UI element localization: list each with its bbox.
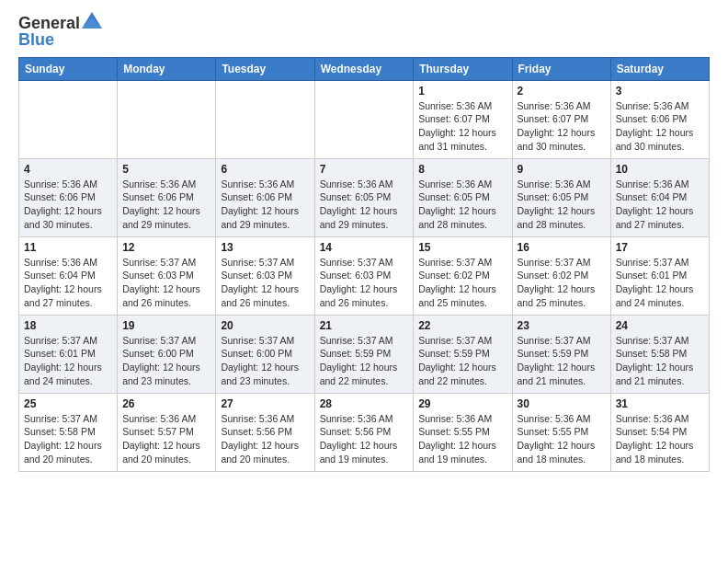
calendar-cell: 20Sunrise: 5:37 AM Sunset: 6:00 PM Dayli… <box>216 315 314 393</box>
day-info: Sunrise: 5:36 AM Sunset: 5:57 PM Dayligh… <box>122 412 210 466</box>
day-number: 20 <box>221 319 309 332</box>
day-info: Sunrise: 5:36 AM Sunset: 6:04 PM Dayligh… <box>616 178 704 232</box>
header-row: SundayMondayTuesdayWednesdayThursdayFrid… <box>19 57 710 80</box>
day-number: 11 <box>24 241 112 254</box>
day-number: 24 <box>616 319 704 332</box>
day-info: Sunrise: 5:37 AM Sunset: 6:03 PM Dayligh… <box>320 256 409 310</box>
col-header-saturday: Saturday <box>610 57 709 80</box>
logo: General Blue <box>18 15 102 50</box>
calendar-cell: 22Sunrise: 5:37 AM Sunset: 5:59 PM Dayli… <box>414 315 512 393</box>
day-number: 6 <box>221 163 309 176</box>
week-row-2: 4Sunrise: 5:36 AM Sunset: 6:06 PM Daylig… <box>19 158 710 236</box>
day-number: 3 <box>616 85 704 98</box>
day-number: 9 <box>518 163 606 176</box>
logo-blue: Blue <box>18 31 54 50</box>
day-info: Sunrise: 5:36 AM Sunset: 6:07 PM Dayligh… <box>418 99 506 154</box>
day-info: Sunrise: 5:37 AM Sunset: 6:02 PM Dayligh… <box>418 256 506 310</box>
day-info: Sunrise: 5:37 AM Sunset: 5:59 PM Dayligh… <box>418 334 506 388</box>
calendar-cell: 14Sunrise: 5:37 AM Sunset: 6:03 PM Dayli… <box>314 236 414 315</box>
day-info: Sunrise: 5:36 AM Sunset: 6:05 PM Dayligh… <box>320 178 409 232</box>
calendar-cell: 9Sunrise: 5:36 AM Sunset: 6:05 PM Daylig… <box>512 158 610 236</box>
day-info: Sunrise: 5:36 AM Sunset: 5:56 PM Dayligh… <box>320 412 409 466</box>
day-number: 23 <box>518 319 606 332</box>
calendar-cell: 8Sunrise: 5:36 AM Sunset: 6:05 PM Daylig… <box>414 158 512 236</box>
day-info: Sunrise: 5:37 AM Sunset: 6:03 PM Dayligh… <box>221 256 309 310</box>
logo-icon <box>82 12 102 29</box>
calendar-cell: 28Sunrise: 5:36 AM Sunset: 5:56 PM Dayli… <box>314 393 414 471</box>
day-info: Sunrise: 5:37 AM Sunset: 6:01 PM Dayligh… <box>616 256 704 310</box>
day-info: Sunrise: 5:36 AM Sunset: 6:04 PM Dayligh… <box>24 256 112 310</box>
day-number: 29 <box>418 397 506 410</box>
day-number: 18 <box>24 319 112 332</box>
week-row-5: 25Sunrise: 5:37 AM Sunset: 5:58 PM Dayli… <box>19 393 710 471</box>
col-header-friday: Friday <box>512 57 610 80</box>
col-header-sunday: Sunday <box>19 57 118 80</box>
calendar-cell: 15Sunrise: 5:37 AM Sunset: 6:02 PM Dayli… <box>414 236 512 315</box>
calendar-cell: 23Sunrise: 5:37 AM Sunset: 5:59 PM Dayli… <box>512 315 610 393</box>
col-header-thursday: Thursday <box>414 57 512 80</box>
calendar-cell: 31Sunrise: 5:36 AM Sunset: 5:54 PM Dayli… <box>610 393 709 471</box>
day-number: 13 <box>221 241 309 254</box>
day-number: 5 <box>122 163 210 176</box>
calendar-cell: 6Sunrise: 5:36 AM Sunset: 6:06 PM Daylig… <box>216 158 314 236</box>
day-info: Sunrise: 5:36 AM Sunset: 6:06 PM Dayligh… <box>616 99 704 154</box>
day-info: Sunrise: 5:36 AM Sunset: 6:07 PM Dayligh… <box>518 99 606 154</box>
calendar-cell: 10Sunrise: 5:36 AM Sunset: 6:04 PM Dayli… <box>610 158 709 236</box>
calendar-cell: 27Sunrise: 5:36 AM Sunset: 5:56 PM Dayli… <box>216 393 314 471</box>
day-number: 28 <box>320 397 409 410</box>
calendar-cell: 3Sunrise: 5:36 AM Sunset: 6:06 PM Daylig… <box>610 80 709 158</box>
calendar-cell: 24Sunrise: 5:37 AM Sunset: 5:58 PM Dayli… <box>610 315 709 393</box>
calendar-cell: 25Sunrise: 5:37 AM Sunset: 5:58 PM Dayli… <box>19 393 118 471</box>
day-info: Sunrise: 5:36 AM Sunset: 6:06 PM Dayligh… <box>24 178 112 232</box>
col-header-wednesday: Wednesday <box>314 57 414 80</box>
day-number: 15 <box>418 241 506 254</box>
calendar-cell: 26Sunrise: 5:36 AM Sunset: 5:57 PM Dayli… <box>118 393 216 471</box>
week-row-3: 11Sunrise: 5:36 AM Sunset: 6:04 PM Dayli… <box>19 236 710 315</box>
day-number: 27 <box>221 397 309 410</box>
week-row-4: 18Sunrise: 5:37 AM Sunset: 6:01 PM Dayli… <box>19 315 710 393</box>
day-number: 14 <box>320 241 409 254</box>
calendar-table: SundayMondayTuesdayWednesdayThursdayFrid… <box>18 57 710 472</box>
day-info: Sunrise: 5:37 AM Sunset: 5:58 PM Dayligh… <box>24 412 112 466</box>
day-info: Sunrise: 5:37 AM Sunset: 6:02 PM Dayligh… <box>518 256 606 310</box>
day-number: 2 <box>518 85 606 98</box>
calendar-cell: 12Sunrise: 5:37 AM Sunset: 6:03 PM Dayli… <box>118 236 216 315</box>
calendar-cell: 4Sunrise: 5:36 AM Sunset: 6:06 PM Daylig… <box>19 158 118 236</box>
calendar-cell: 30Sunrise: 5:36 AM Sunset: 5:55 PM Dayli… <box>512 393 610 471</box>
calendar-cell: 19Sunrise: 5:37 AM Sunset: 6:00 PM Dayli… <box>118 315 216 393</box>
calendar-cell: 16Sunrise: 5:37 AM Sunset: 6:02 PM Dayli… <box>512 236 610 315</box>
calendar-cell: 7Sunrise: 5:36 AM Sunset: 6:05 PM Daylig… <box>314 158 414 236</box>
day-number: 1 <box>418 85 506 98</box>
day-info: Sunrise: 5:36 AM Sunset: 6:06 PM Dayligh… <box>221 178 309 232</box>
calendar-cell: 11Sunrise: 5:36 AM Sunset: 6:04 PM Dayli… <box>19 236 118 315</box>
day-info: Sunrise: 5:36 AM Sunset: 6:06 PM Dayligh… <box>122 178 210 232</box>
day-number: 26 <box>122 397 210 410</box>
day-info: Sunrise: 5:37 AM Sunset: 5:59 PM Dayligh… <box>320 334 409 388</box>
calendar-cell: 17Sunrise: 5:37 AM Sunset: 6:01 PM Dayli… <box>610 236 709 315</box>
day-number: 16 <box>518 241 606 254</box>
day-number: 10 <box>616 163 704 176</box>
calendar-cell <box>314 80 414 158</box>
day-number: 7 <box>320 163 409 176</box>
day-info: Sunrise: 5:36 AM Sunset: 5:56 PM Dayligh… <box>221 412 309 466</box>
calendar-cell: 13Sunrise: 5:37 AM Sunset: 6:03 PM Dayli… <box>216 236 314 315</box>
calendar-cell: 2Sunrise: 5:36 AM Sunset: 6:07 PM Daylig… <box>512 80 610 158</box>
day-number: 31 <box>616 397 704 410</box>
day-number: 8 <box>418 163 506 176</box>
col-header-monday: Monday <box>118 57 216 80</box>
day-info: Sunrise: 5:37 AM Sunset: 5:58 PM Dayligh… <box>616 334 704 388</box>
day-info: Sunrise: 5:37 AM Sunset: 5:59 PM Dayligh… <box>518 334 606 388</box>
calendar-cell <box>216 80 314 158</box>
day-info: Sunrise: 5:36 AM Sunset: 5:55 PM Dayligh… <box>518 412 606 466</box>
svg-marker-1 <box>82 17 102 29</box>
day-info: Sunrise: 5:36 AM Sunset: 5:55 PM Dayligh… <box>418 412 506 466</box>
day-number: 30 <box>518 397 606 410</box>
day-info: Sunrise: 5:36 AM Sunset: 6:05 PM Dayligh… <box>418 178 506 232</box>
calendar-cell: 21Sunrise: 5:37 AM Sunset: 5:59 PM Dayli… <box>314 315 414 393</box>
day-number: 17 <box>616 241 704 254</box>
day-number: 25 <box>24 397 112 410</box>
calendar-cell: 5Sunrise: 5:36 AM Sunset: 6:06 PM Daylig… <box>118 158 216 236</box>
week-row-1: 1Sunrise: 5:36 AM Sunset: 6:07 PM Daylig… <box>19 80 710 158</box>
calendar-cell: 18Sunrise: 5:37 AM Sunset: 6:01 PM Dayli… <box>19 315 118 393</box>
day-number: 12 <box>122 241 210 254</box>
